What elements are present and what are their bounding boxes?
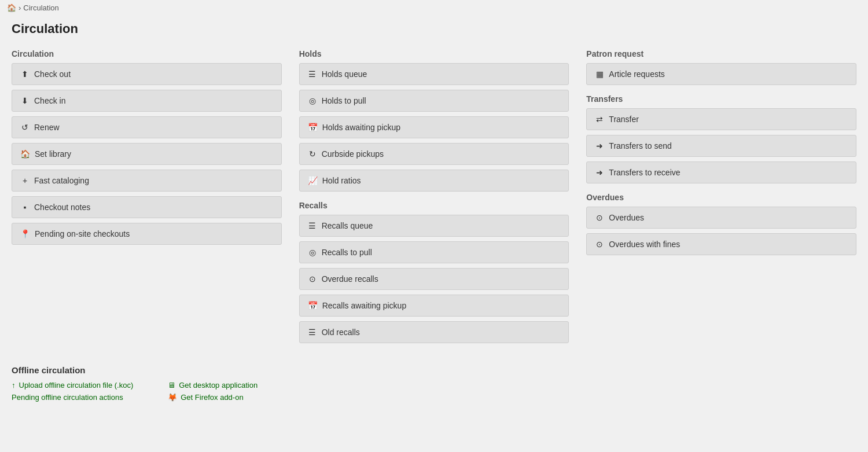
overdues-with-fines-button[interactable]: ⊙ Overdues with fines bbox=[586, 233, 856, 255]
overdues-with-fines-icon: ⊙ bbox=[595, 240, 604, 249]
offline-section-title: Offline circulation bbox=[12, 365, 856, 375]
recalls-awaiting-pickup-button[interactable]: 📅 Recalls awaiting pickup bbox=[299, 295, 569, 317]
home-link[interactable]: 🏠 bbox=[7, 3, 16, 12]
circulation-section-title: Circulation bbox=[12, 49, 282, 58]
recalls-awaiting-pickup-icon: 📅 bbox=[308, 301, 318, 310]
transfer-button[interactable]: ⇄ Transfer bbox=[586, 108, 856, 130]
holds-awaiting-pickup-button[interactable]: 📅 Holds awaiting pickup bbox=[299, 116, 569, 138]
hold-ratios-button[interactable]: 📈 Hold ratios bbox=[299, 170, 569, 192]
get-firefox-icon: 🦊 bbox=[168, 393, 177, 402]
overdue-recalls-label: Overdue recalls bbox=[322, 274, 378, 284]
checkout-notes-label: Checkout notes bbox=[34, 203, 90, 212]
set-library-button[interactable]: 🏠 Set library bbox=[12, 143, 282, 165]
renew-button[interactable]: ↺ Renew bbox=[12, 116, 282, 138]
pending-on-site-label: Pending on-site checkouts bbox=[35, 229, 130, 238]
overdues-with-fines-label: Overdues with fines bbox=[609, 240, 680, 249]
article-requests-label: Article requests bbox=[609, 69, 664, 79]
overdue-recalls-button[interactable]: ⊙ Overdue recalls bbox=[299, 268, 569, 290]
overdue-recalls-icon: ⊙ bbox=[308, 274, 317, 284]
check-in-icon: ⬇ bbox=[20, 96, 30, 105]
patron-transfers-column: Patron request ▦ Article requests Transf… bbox=[586, 47, 856, 260]
overdues-section-title: Overdues bbox=[586, 193, 856, 202]
pending-offline-label: Pending offline circulation actions bbox=[12, 393, 123, 402]
article-requests-icon: ▦ bbox=[595, 69, 604, 79]
renew-icon: ↺ bbox=[20, 123, 30, 132]
hold-ratios-label: Hold ratios bbox=[322, 176, 361, 185]
transfers-section-title: Transfers bbox=[586, 94, 856, 104]
recalls-queue-button[interactable]: ☰ Recalls queue bbox=[299, 215, 569, 237]
fast-cataloging-button[interactable]: + Fast cataloging bbox=[12, 170, 282, 192]
holds-to-pull-label: Holds to pull bbox=[322, 96, 366, 105]
pending-on-site-button[interactable]: 📍 Pending on-site checkouts bbox=[12, 223, 282, 245]
overdues-icon: ⊙ bbox=[595, 213, 604, 222]
article-requests-button[interactable]: ▦ Article requests bbox=[586, 63, 856, 85]
transfers-to-receive-label: Transfers to receive bbox=[609, 168, 680, 177]
get-desktop-label: Get desktop application bbox=[179, 381, 258, 389]
checkout-notes-icon: ▪ bbox=[20, 203, 30, 212]
transfer-label: Transfer bbox=[609, 115, 639, 124]
transfers-to-receive-button[interactable]: ➜ Transfers to receive bbox=[586, 161, 856, 183]
check-out-button[interactable]: ⬆ Check out bbox=[12, 63, 282, 85]
get-desktop-icon: 🖥 bbox=[168, 381, 175, 389]
holds-to-pull-button[interactable]: ◎ Holds to pull bbox=[299, 90, 569, 112]
transfer-icon: ⇄ bbox=[595, 115, 604, 124]
pending-offline-link[interactable]: Pending offline circulation actions bbox=[12, 393, 133, 402]
recalls-to-pull-icon: ◎ bbox=[308, 248, 317, 257]
page-title: Circulation bbox=[12, 21, 856, 36]
upload-offline-label: Upload offline circulation file (.koc) bbox=[19, 381, 134, 389]
check-in-button[interactable]: ⬇ Check in bbox=[12, 90, 282, 112]
curbside-pickups-button[interactable]: ↻ Curbside pickups bbox=[299, 143, 569, 165]
breadcrumb: 🏠 › Circulation bbox=[0, 0, 868, 16]
upload-offline-link[interactable]: ↑ Upload offline circulation file (.koc) bbox=[12, 381, 133, 389]
old-recalls-label: Old recalls bbox=[322, 328, 360, 337]
transfers-to-send-button[interactable]: ➜ Transfers to send bbox=[586, 135, 856, 157]
breadcrumb-current: Circulation bbox=[23, 3, 58, 12]
checkout-notes-button[interactable]: ▪ Checkout notes bbox=[12, 196, 282, 218]
holds-awaiting-pickup-label: Holds awaiting pickup bbox=[322, 123, 400, 132]
recalls-to-pull-button[interactable]: ◎ Recalls to pull bbox=[299, 241, 569, 263]
home-icon: 🏠 bbox=[7, 3, 16, 12]
overdues-button[interactable]: ⊙ Overdues bbox=[586, 207, 856, 229]
holds-section-title: Holds bbox=[299, 49, 569, 58]
recalls-queue-icon: ☰ bbox=[308, 221, 317, 230]
transfers-to-receive-icon: ➜ bbox=[595, 168, 604, 177]
holds-to-pull-icon: ◎ bbox=[308, 96, 317, 105]
curbside-pickups-label: Curbside pickups bbox=[322, 149, 384, 159]
holds-queue-icon: ☰ bbox=[308, 69, 317, 79]
offline-section: Offline circulation ↑ Upload offline cir… bbox=[12, 365, 856, 402]
patron-request-section-title: Patron request bbox=[586, 49, 856, 58]
transfers-to-send-icon: ➜ bbox=[595, 141, 604, 150]
get-firefox-label: Get Firefox add-on bbox=[181, 393, 243, 402]
circulation-column: Circulation ⬆ Check out ⬇ Check in ↺ Ren… bbox=[12, 47, 282, 249]
get-firefox-link[interactable]: 🦊 Get Firefox add-on bbox=[168, 393, 258, 402]
renew-label: Renew bbox=[34, 123, 60, 132]
holds-queue-label: Holds queue bbox=[322, 69, 367, 79]
offline-links-right: 🖥 Get desktop application 🦊 Get Firefox … bbox=[168, 381, 258, 402]
recalls-to-pull-label: Recalls to pull bbox=[322, 248, 372, 257]
check-out-icon: ⬆ bbox=[20, 69, 30, 79]
check-out-label: Check out bbox=[34, 69, 71, 79]
transfers-to-send-label: Transfers to send bbox=[609, 141, 671, 150]
check-in-label: Check in bbox=[34, 96, 65, 105]
upload-offline-icon: ↑ bbox=[12, 381, 16, 389]
overdues-label: Overdues bbox=[609, 213, 644, 222]
fast-cataloging-label: Fast cataloging bbox=[34, 176, 89, 185]
old-recalls-icon: ☰ bbox=[308, 328, 317, 337]
old-recalls-button[interactable]: ☰ Old recalls bbox=[299, 321, 569, 343]
curbside-pickups-icon: ↻ bbox=[308, 149, 317, 159]
recalls-awaiting-pickup-label: Recalls awaiting pickup bbox=[322, 301, 407, 310]
holds-queue-button[interactable]: ☰ Holds queue bbox=[299, 63, 569, 85]
set-library-icon: 🏠 bbox=[20, 149, 30, 159]
holds-recalls-column: Holds ☰ Holds queue ◎ Holds to pull 📅 Ho… bbox=[299, 47, 569, 348]
pending-on-site-icon: 📍 bbox=[20, 229, 30, 238]
get-desktop-link[interactable]: 🖥 Get desktop application bbox=[168, 381, 258, 389]
hold-ratios-icon: 📈 bbox=[308, 176, 318, 185]
breadcrumb-separator: › bbox=[19, 3, 21, 12]
offline-links-left: ↑ Upload offline circulation file (.koc)… bbox=[12, 381, 133, 402]
fast-cataloging-icon: + bbox=[20, 176, 30, 185]
set-library-label: Set library bbox=[35, 149, 71, 159]
holds-awaiting-pickup-icon: 📅 bbox=[308, 123, 318, 132]
recalls-queue-label: Recalls queue bbox=[322, 221, 373, 230]
recalls-section-title: Recalls bbox=[299, 201, 569, 210]
